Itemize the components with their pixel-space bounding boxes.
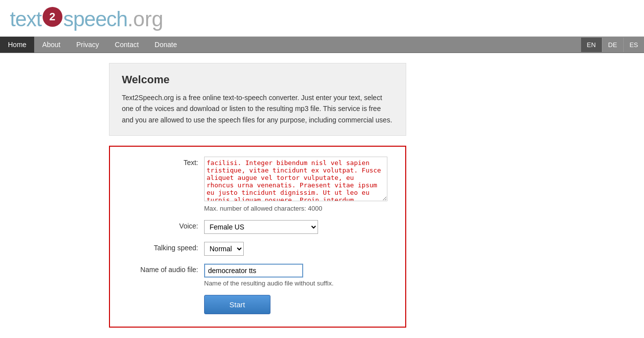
main-content: Welcome Text2Speech.org is a free online… (99, 63, 545, 328)
logo-text-left: text (10, 7, 42, 31)
audio-file-hint: Name of the resulting audio file without… (204, 280, 390, 287)
form-box: Text: Max. number of allowed characters:… (109, 146, 406, 328)
audio-file-row: Name of audio file: Name of the resultin… (125, 264, 390, 287)
lang-btn-en[interactable]: EN (581, 38, 602, 52)
lang-btn-es[interactable]: ES (624, 38, 644, 52)
nav-right-lang: EN DE ES (581, 38, 644, 52)
welcome-box: Welcome Text2Speech.org is a free online… (109, 63, 406, 136)
logo-bubble-number: 2 (43, 7, 62, 27)
nav-bar: Home About Privacy Contact Donate EN DE … (0, 37, 644, 53)
nav-item-contact[interactable]: Contact (107, 37, 147, 53)
text-control: Max. number of allowed characters: 4000 (204, 157, 390, 212)
nav-item-privacy[interactable]: Privacy (68, 37, 107, 53)
header: text 2 speech .org (0, 0, 644, 37)
speed-label: Talking speed: (125, 242, 204, 252)
audio-file-input[interactable] (204, 264, 303, 278)
speed-row: Talking speed: Slow Normal Fast (125, 242, 390, 256)
voice-row: Voice: Female US Male US Female UK Male … (125, 220, 390, 234)
nav-item-donate[interactable]: Donate (147, 37, 185, 53)
nav-left: Home About Privacy Contact Donate (0, 37, 581, 53)
lang-btn-de[interactable]: DE (602, 38, 624, 52)
start-button[interactable]: Start (204, 295, 270, 314)
speed-select[interactable]: Slow Normal Fast (204, 242, 244, 256)
logo: text 2 speech .org (10, 7, 634, 31)
text-textarea[interactable] (204, 157, 387, 201)
welcome-title: Welcome (122, 73, 393, 86)
logo-text-right: speech (63, 7, 127, 31)
logo-domain: .org (127, 7, 163, 31)
audio-file-label: Name of audio file: (125, 264, 204, 274)
char-limit-label: Max. number of allowed characters: 4000 (204, 205, 390, 212)
voice-select[interactable]: Female US Male US Female UK Male UK Fema… (204, 220, 318, 234)
audio-file-control: Name of the resulting audio file without… (204, 264, 390, 287)
speed-control: Slow Normal Fast (204, 242, 390, 256)
nav-item-home[interactable]: Home (0, 37, 34, 53)
start-button-row: Start (125, 295, 390, 314)
welcome-body: Text2Speech.org is a free online text-to… (122, 92, 393, 125)
text-label: Text: (125, 157, 204, 167)
voice-control: Female US Male US Female UK Male UK Fema… (204, 220, 390, 234)
voice-label: Voice: (125, 220, 204, 230)
text-row: Text: Max. number of allowed characters:… (125, 157, 390, 212)
nav-item-about[interactable]: About (34, 37, 68, 53)
